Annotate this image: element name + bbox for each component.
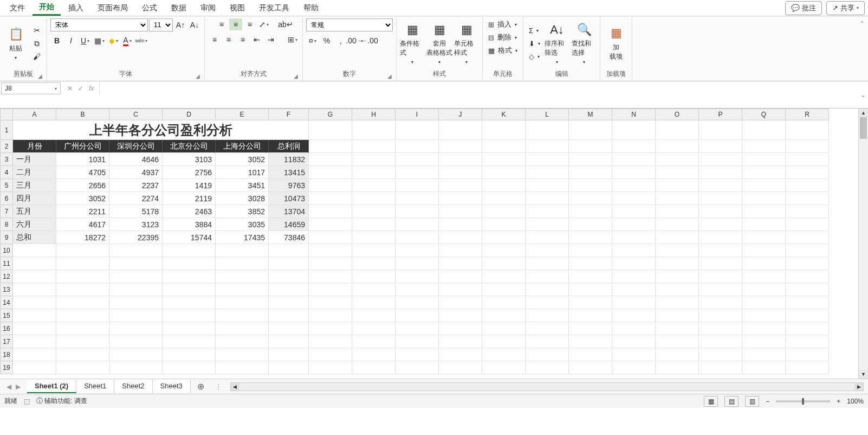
cell[interactable]	[526, 257, 569, 270]
addins-button[interactable]: ▦加 载项	[604, 24, 629, 63]
cell[interactable]	[612, 120, 656, 140]
vscroll-thumb[interactable]	[860, 117, 867, 139]
cell[interactable]	[569, 270, 612, 283]
cell[interactable]	[612, 231, 656, 244]
cell[interactable]	[56, 348, 109, 361]
cell[interactable]: 四月	[13, 192, 56, 205]
scroll-right-button[interactable]: ▶	[854, 383, 863, 391]
cell[interactable]	[699, 244, 742, 257]
cell[interactable]	[612, 348, 656, 361]
cell[interactable]	[352, 218, 396, 231]
row-header-16[interactable]: 16	[0, 322, 13, 335]
cell[interactable]	[439, 218, 482, 231]
cell[interactable]	[216, 335, 269, 348]
cell[interactable]	[482, 166, 526, 179]
cell[interactable]	[786, 120, 829, 140]
row-header-5[interactable]: 5	[0, 179, 13, 192]
cell[interactable]: 1017	[216, 166, 269, 179]
cell[interactable]: 3035	[216, 218, 269, 231]
cell[interactable]: 二月	[13, 166, 56, 179]
cell[interactable]	[309, 218, 352, 231]
cell[interactable]	[163, 270, 216, 283]
cell[interactable]: 18272	[56, 231, 109, 244]
cell[interactable]	[396, 166, 439, 179]
cell[interactable]: 4937	[109, 166, 163, 179]
font-size-combo[interactable]: 11	[149, 18, 173, 31]
fill-button[interactable]: ⬇▾	[527, 37, 542, 49]
column-header-C[interactable]: C	[109, 108, 163, 120]
number-dialog[interactable]: ◢	[387, 73, 392, 79]
cell[interactable]	[482, 335, 526, 348]
cell[interactable]	[699, 192, 742, 205]
cell[interactable]	[786, 231, 829, 244]
cell[interactable]: 73846	[269, 231, 309, 244]
cell[interactable]	[612, 218, 656, 231]
cell[interactable]	[482, 120, 526, 140]
insert-cells-button[interactable]: ⊞插入▾	[486, 18, 519, 30]
cell[interactable]	[569, 335, 612, 348]
cell[interactable]	[352, 283, 396, 296]
menu-dev[interactable]: 开发工具	[252, 1, 296, 15]
cell[interactable]	[656, 218, 699, 231]
cell[interactable]: 三月	[13, 179, 56, 192]
cell[interactable]	[13, 296, 56, 309]
cell[interactable]	[656, 283, 699, 296]
enter-formula-button[interactable]: ✓	[78, 85, 83, 92]
cell[interactable]	[699, 231, 742, 244]
cell[interactable]	[612, 283, 656, 296]
menu-insert[interactable]: 插入	[62, 1, 90, 15]
cell[interactable]	[439, 140, 482, 153]
cell[interactable]	[526, 335, 569, 348]
cell[interactable]	[526, 179, 569, 192]
merge-button[interactable]: ⊞	[286, 34, 299, 46]
cell[interactable]: 2756	[163, 166, 216, 179]
cell[interactable]	[269, 348, 309, 361]
row-header-10[interactable]: 10	[0, 244, 13, 257]
cell[interactable]	[309, 166, 352, 179]
cell[interactable]: 13704	[269, 205, 309, 218]
cell[interactable]	[526, 244, 569, 257]
cell[interactable]	[13, 322, 56, 335]
cell[interactable]	[396, 361, 439, 374]
scroll-down-button[interactable]: ▼	[859, 370, 868, 379]
cell[interactable]	[569, 140, 612, 153]
cell[interactable]	[396, 309, 439, 322]
cell[interactable]	[396, 140, 439, 153]
cell[interactable]	[656, 361, 699, 374]
cell[interactable]	[439, 283, 482, 296]
cell[interactable]: 2237	[109, 179, 163, 192]
cell[interactable]: 3451	[216, 179, 269, 192]
cell[interactable]	[699, 270, 742, 283]
fill-color-button[interactable]: ◆	[107, 35, 120, 47]
cell[interactable]: 17435	[216, 231, 269, 244]
cell[interactable]: 5178	[109, 205, 163, 218]
cell[interactable]	[482, 283, 526, 296]
cell[interactable]	[786, 166, 829, 179]
cell[interactable]	[269, 283, 309, 296]
cell[interactable]	[569, 231, 612, 244]
cell[interactable]	[786, 179, 829, 192]
cell[interactable]	[216, 257, 269, 270]
cell[interactable]	[656, 140, 699, 153]
cell[interactable]	[163, 309, 216, 322]
cell[interactable]: 1031	[56, 153, 109, 166]
cell[interactable]	[309, 335, 352, 348]
cell[interactable]	[439, 166, 482, 179]
cell[interactable]	[612, 361, 656, 374]
cell[interactable]	[786, 322, 829, 335]
share-button[interactable]: ↗共享▾	[826, 1, 865, 15]
cell[interactable]	[699, 283, 742, 296]
cell[interactable]	[56, 270, 109, 283]
cell[interactable]	[656, 192, 699, 205]
row-header-11[interactable]: 11	[0, 257, 13, 270]
cell[interactable]: 2274	[109, 192, 163, 205]
wrap-text-button[interactable]: ab↵	[279, 18, 292, 30]
paste-button[interactable]: 📋 粘贴 ▾	[3, 24, 28, 63]
decrease-decimal-button[interactable]: ←.00	[362, 35, 375, 47]
cell[interactable]	[352, 335, 396, 348]
cell[interactable]: 3028	[216, 192, 269, 205]
cell[interactable]	[439, 309, 482, 322]
cell[interactable]	[612, 322, 656, 335]
phonetic-button[interactable]: wén	[135, 35, 148, 47]
currency-button[interactable]: ¤	[306, 35, 319, 47]
